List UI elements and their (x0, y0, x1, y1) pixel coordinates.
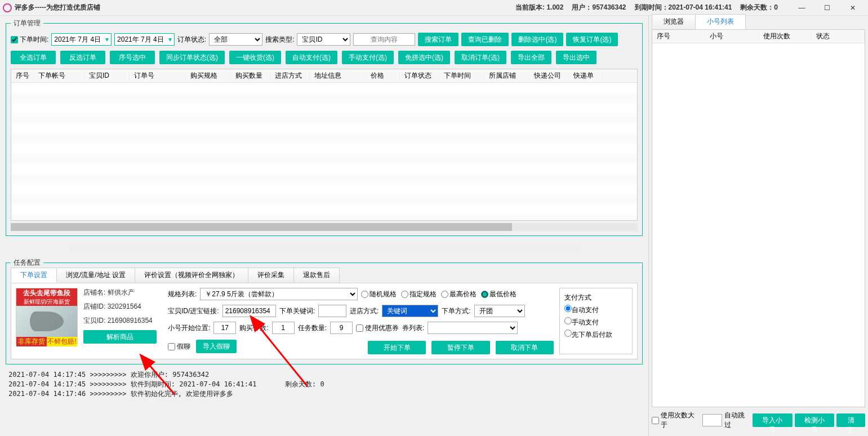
import-fake-chat-button[interactable]: 导入假聊 (196, 340, 237, 353)
select-all-button[interactable]: 全选订单 (11, 51, 56, 64)
one-key-receive-button[interactable]: 一键收货(选) (229, 51, 281, 64)
use-coupon-checkbox[interactable]: 使用优惠券 (356, 323, 399, 333)
order-keyword-input[interactable] (318, 305, 346, 317)
buy-qty-input[interactable] (272, 322, 295, 334)
table-row[interactable] (11, 174, 637, 184)
minimize-button[interactable]: — (789, 0, 814, 16)
search-type-select[interactable]: 宝贝ID (297, 33, 350, 46)
manual-pay-radio[interactable]: 手动支付 (564, 317, 627, 327)
cancel-order-button[interactable]: 取消订单(选) (455, 51, 506, 64)
free-group-button[interactable]: 免拼选中(选) (398, 51, 450, 64)
export-all-button[interactable]: 导出全部 (511, 51, 551, 64)
right-tab-1[interactable]: 小号列表 (695, 14, 746, 29)
table-row[interactable] (11, 103, 637, 113)
highest-price-radio[interactable]: 最高价格 (441, 290, 477, 299)
use-count-checkbox[interactable]: 使用次数大于 (652, 411, 700, 430)
table-row[interactable] (11, 134, 637, 144)
table-row[interactable] (11, 164, 637, 174)
manual-pay-button[interactable]: 手动支付(选) (342, 51, 394, 64)
sync-status-button[interactable]: 同步订单状态(选) (159, 51, 225, 64)
column-header[interactable]: 宝贝ID (84, 71, 130, 81)
item-link-input[interactable] (222, 305, 276, 317)
column-header[interactable]: 快递公司 (529, 71, 569, 81)
column-header[interactable]: 订单号 (130, 71, 186, 81)
tab-4[interactable]: 退款售后 (293, 268, 340, 283)
search-input[interactable] (353, 33, 415, 46)
export-selected-button[interactable]: 导出选中 (556, 51, 597, 64)
table-row[interactable] (11, 144, 637, 154)
column-header[interactable]: 购买数量 (231, 71, 270, 81)
task-qty-input[interactable] (330, 322, 353, 334)
date-to-select[interactable]: 2021年 7月 4日▾ (114, 33, 175, 46)
column-header[interactable]: 使用次数 (759, 32, 812, 41)
account-table[interactable]: 序号小号使用次数状态 (652, 29, 865, 407)
order-method-select[interactable]: 开团 (474, 305, 525, 317)
start-order-button[interactable]: 开始下单 (368, 341, 426, 354)
delete-selected-button[interactable]: 删除选中(选) (511, 33, 563, 46)
column-header[interactable]: 下单帐号 (34, 71, 84, 81)
coupon-list-select[interactable] (428, 322, 518, 334)
column-header[interactable]: 进店方式 (270, 71, 310, 81)
order-table[interactable]: 序号下单帐号宝贝ID订单号购买规格购买数量进店方式地址信息价格订单状态下单时间所… (11, 69, 638, 221)
date-from-select[interactable]: 2021年 7月 4日▾ (51, 33, 112, 46)
import-account-button[interactable]: 导入小号 (753, 413, 793, 427)
shop-id: 320291564 (108, 302, 141, 310)
use-count-input[interactable] (702, 414, 722, 426)
column-header[interactable]: 价格 (366, 71, 400, 81)
search-order-button[interactable]: 搜索订单 (418, 33, 459, 46)
auto-pay-button[interactable]: 自动支付(选) (286, 51, 337, 64)
tab-2[interactable]: 评价设置（视频评价全网独家） (135, 268, 248, 283)
table-row[interactable] (11, 123, 637, 134)
cancel-order-task-button[interactable]: 取消下单 (496, 341, 554, 354)
table-row[interactable] (11, 215, 637, 221)
table-row[interactable] (11, 154, 637, 164)
spec-list-select[interactable]: ￥27.9 5斤装（尝鲜款） (200, 288, 358, 300)
invert-select-button[interactable]: 反选订单 (60, 51, 105, 64)
column-header[interactable]: 序号 (11, 71, 34, 81)
detect-account-button[interactable]: 检测小号 (795, 413, 835, 427)
order-status-select[interactable]: 全部 (209, 33, 262, 46)
column-header[interactable]: 状态 (812, 32, 865, 41)
app-title: 评多多-----为您打造优质店铺 (15, 3, 100, 12)
random-spec-radio[interactable]: 随机规格 (361, 290, 397, 299)
query-deleted-button[interactable]: 查询已删除 (461, 33, 509, 46)
column-header[interactable]: 订单状态 (400, 71, 439, 81)
maximize-button[interactable]: ☐ (814, 0, 840, 16)
tab-3[interactable]: 评价采集 (248, 268, 294, 283)
chevron-down-icon: ▾ (105, 35, 109, 43)
lowest-price-radio[interactable]: 最低价格 (481, 290, 517, 299)
table-row[interactable] (11, 113, 637, 123)
table-row[interactable] (11, 184, 637, 194)
close-button[interactable]: ✕ (840, 0, 865, 16)
right-tab-0[interactable]: 浏览器 (652, 14, 696, 29)
tab-1[interactable]: 浏览/流量/地址 设置 (56, 268, 135, 283)
task-config-panel: 任务配置 下单设置浏览/流量/地址 设置评价设置（视频评价全网独家）评价采集退款… (6, 258, 643, 364)
auto-pay-radio[interactable]: 自动支付 (564, 305, 627, 315)
pause-order-button[interactable]: 暂停下单 (431, 341, 489, 354)
item-id: 216908916354 (108, 317, 153, 324)
column-header[interactable]: 快递单 (569, 71, 603, 81)
clear-account-button[interactable]: 清空. (836, 413, 865, 427)
column-header[interactable]: 序号 (652, 32, 705, 41)
parse-product-button[interactable]: 解析商品 (83, 330, 157, 344)
column-header[interactable]: 小号 (705, 32, 758, 41)
restore-order-button[interactable]: 恢复订单(选) (566, 33, 618, 46)
specified-spec-radio[interactable]: 指定规格 (401, 290, 437, 299)
column-header[interactable]: 地址信息 (310, 71, 366, 81)
order-first-radio[interactable]: 先下单后付款 (564, 330, 627, 340)
enter-method-select[interactable]: 关键词 (382, 305, 438, 317)
column-header[interactable]: 购买规格 (186, 71, 231, 81)
column-header[interactable]: 所属店铺 (484, 71, 529, 81)
start-pos-input[interactable] (213, 322, 236, 334)
column-header[interactable]: 下单时间 (439, 71, 484, 81)
table-row[interactable] (11, 83, 637, 93)
version-value: 1.002 (546, 3, 563, 11)
horizontal-scrollbar[interactable] (11, 223, 638, 231)
fake-chat-checkbox[interactable]: 假聊 (168, 342, 190, 352)
table-row[interactable] (11, 204, 637, 215)
table-row[interactable] (11, 194, 637, 204)
table-row[interactable] (11, 93, 637, 103)
seq-select-button[interactable]: 序号选中 (110, 51, 155, 64)
order-time-checkbox[interactable] (11, 36, 18, 43)
tab-0[interactable]: 下单设置 (11, 268, 57, 283)
